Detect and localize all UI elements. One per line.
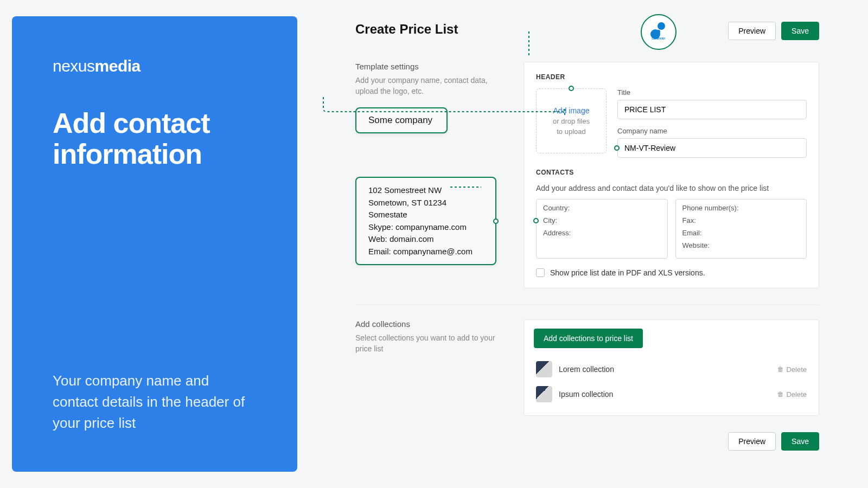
svg-point-2 [657,30,660,33]
collection-thumb-icon [536,361,552,377]
phone-label: Phone number(s): [682,204,800,212]
settings-panel: HEADER Add image or drop files to upload… [524,62,819,288]
connector-dot-icon [614,145,620,151]
email-label: Email: [682,229,800,237]
delete-label: Delete [786,390,807,399]
country-label: Country: [543,204,661,212]
collection-name: Lorem collection [559,365,771,374]
add-collections-button[interactable]: Add collections to price list [534,329,643,348]
brand-bold: media [95,57,141,75]
contacts-section-desc: Add your address and contact data you'd … [536,184,807,192]
company-callout: Some company [355,107,448,133]
address-textarea[interactable]: Country: City: Address: [536,199,668,259]
header-section-label: HEADER [536,73,807,81]
save-button-bottom[interactable]: Save [781,432,819,451]
contacts-section-label: CONTACTS [536,169,807,176]
hero-subtitle: Your company name and contact details in… [53,370,257,434]
hero-title-line1: Add contact [53,108,257,139]
collection-thumb-icon [536,386,552,402]
show-date-label: Show price list date in PDF and XLS vers… [550,268,705,277]
title-input[interactable] [617,100,807,119]
address-label: Address: [543,229,661,237]
fax-label: Fax: [682,216,800,224]
trash-icon [777,365,784,373]
company-name-input[interactable] [617,138,807,158]
contact-callout: 102 Somestreet NW Sometown, ST 01234 Som… [355,177,496,265]
save-button[interactable]: Save [781,22,819,40]
svg-text:COMPANY: COMPANY [652,37,666,40]
collections-panel: Add collections to price list Lorem coll… [524,319,819,416]
callout-web: Web: domain.com [368,233,483,246]
hero-title-line2: information [53,139,257,170]
collections-section-title: Add collections [355,319,507,329]
company-field-label: Company name [617,127,807,135]
add-image-link[interactable]: Add image [553,106,590,115]
preview-button-bottom[interactable]: Preview [728,432,776,451]
connector-dot-icon [569,86,574,91]
title-field-label: Title [617,88,807,97]
brand-logo: nexusmedia [53,57,257,75]
city-label: City: [543,216,661,224]
callout-email: Email: companyname@.com [368,246,483,258]
company-logo-badge: COMPANY [641,14,676,50]
template-section-desc: Add your company name, contact data, upl… [355,75,507,97]
connector-dot-icon [493,219,499,224]
collection-name: Ipsum collection [559,390,771,399]
company-logo-icon: COMPANY [647,20,671,44]
show-date-checkbox[interactable] [536,268,545,277]
delete-label: Delete [786,365,807,374]
collection-row: Ipsum collection Delete [534,382,809,407]
sidebar-card: nexusmedia Add contact information Your … [12,16,297,472]
delete-collection-button[interactable]: Delete [777,390,807,399]
delete-collection-button[interactable]: Delete [777,365,807,374]
upload-hint-1: or drop files [553,117,590,125]
image-upload-dropzone[interactable]: Add image or drop files to upload [536,88,607,153]
info-sidebar: nexusmedia Add contact information Your … [0,0,309,488]
main-content: COMPANY Create Price List Preview Save T… [309,0,868,488]
connector-dot-icon [533,218,539,223]
callout-city: Sometown, ST 01234 [368,197,483,209]
hero-title: Add contact information [53,108,257,170]
trash-icon [777,390,784,398]
svg-point-1 [658,22,665,30]
brand-light: nexus [53,57,95,75]
collection-row: Lorem collection Delete [534,357,809,382]
page-title: Create Price List [355,22,458,37]
collections-section-desc: Select collections you want to add to yo… [355,333,507,354]
website-label: Website: [682,241,800,249]
template-section-title: Template settings [355,62,507,71]
contact-textarea[interactable]: Phone number(s): Fax: Email: Website: [675,199,807,259]
callout-street: 102 Somestreet NW [368,184,483,197]
preview-button[interactable]: Preview [728,22,776,40]
callout-skype: Skype: companyname.com [368,221,483,234]
upload-hint-2: to upload [557,127,586,136]
divider [355,305,819,305]
callout-state: Somestate [368,209,483,221]
